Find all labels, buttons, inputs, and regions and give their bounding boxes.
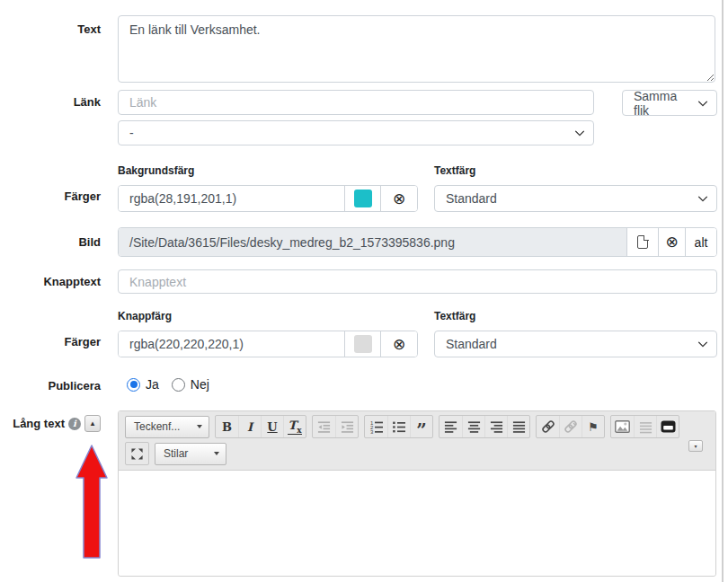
button-colors-label: Färger bbox=[0, 310, 101, 357]
button-text-row: Knapptext bbox=[0, 269, 728, 294]
horizontal-rule-button[interactable] bbox=[634, 416, 656, 437]
text-color-label: Textfärg bbox=[434, 310, 717, 322]
styles-combo[interactable]: Stilar bbox=[155, 443, 226, 465]
italic-icon: I bbox=[247, 420, 253, 434]
caret-down-icon: ▾ bbox=[694, 443, 697, 449]
text-label: Text bbox=[0, 15, 101, 83]
anchor-flag-icon: ⚑ bbox=[588, 420, 599, 434]
link-button[interactable] bbox=[537, 416, 559, 437]
maximize-button[interactable] bbox=[126, 443, 148, 464]
info-icon[interactable]: i bbox=[68, 418, 81, 430]
button-colors-row: Färger Knappfärg ⊗ Textfärg bbox=[0, 310, 728, 357]
link-row: Länk Samma flik - bbox=[0, 90, 728, 146]
publish-no-radio[interactable] bbox=[172, 378, 185, 392]
browse-file-button[interactable] bbox=[626, 228, 658, 256]
blockquote-icon: ” bbox=[416, 419, 427, 435]
background-color-swatch-cell[interactable] bbox=[344, 186, 380, 211]
underline-button[interactable]: U bbox=[261, 416, 283, 437]
remove-image-button[interactable]: ⊗ bbox=[658, 228, 685, 256]
editor-content-area[interactable] bbox=[119, 471, 715, 576]
publish-yes-radio[interactable] bbox=[127, 378, 140, 392]
link-input[interactable] bbox=[118, 90, 594, 115]
indent-button[interactable] bbox=[335, 416, 358, 437]
colors-label: Färger bbox=[0, 164, 101, 212]
remove-format-button[interactable]: Tx bbox=[283, 416, 306, 437]
rich-text-editor: Teckenf... B I U Tx bbox=[118, 410, 716, 577]
red-annotation-arrow bbox=[75, 445, 109, 560]
panel-right-border bbox=[722, 0, 724, 582]
alt-button-label: alt bbox=[695, 235, 708, 250]
text-textarea[interactable]: En länk till Verksamhet. bbox=[118, 15, 715, 83]
background-color-label: Bakgrundsfärg bbox=[118, 164, 418, 177]
button-text-color-select[interactable]: Standard bbox=[434, 331, 717, 357]
indent-icon bbox=[341, 420, 354, 434]
button-color-swatch-cell[interactable] bbox=[344, 331, 380, 357]
clear-circle-icon: ⊗ bbox=[393, 190, 405, 208]
align-left-button[interactable] bbox=[439, 416, 462, 437]
numbered-list-icon: 123 bbox=[369, 419, 384, 434]
publish-row: Publicera Ja Nej bbox=[0, 377, 728, 392]
iframe-icon bbox=[661, 420, 676, 433]
align-right-icon bbox=[490, 420, 503, 434]
bold-icon: B bbox=[222, 420, 232, 434]
editor-toolbar: Teckenf... B I U Tx bbox=[119, 411, 715, 471]
text-color-value: Standard bbox=[446, 191, 497, 206]
link-page-value: - bbox=[129, 126, 134, 140]
italic-button[interactable]: I bbox=[238, 416, 261, 437]
svg-text:3: 3 bbox=[370, 429, 374, 434]
chevron-down-icon bbox=[214, 452, 219, 455]
image-row: Bild /Site/Data/3615/Files/desky_medreg_… bbox=[0, 227, 728, 257]
insert-image-button[interactable] bbox=[611, 416, 634, 437]
button-text-input[interactable] bbox=[118, 269, 717, 294]
publish-label: Publicera bbox=[0, 377, 101, 392]
horizontal-rule-icon bbox=[639, 420, 653, 434]
bulleted-list-button[interactable] bbox=[387, 416, 410, 437]
link-icon bbox=[541, 419, 555, 434]
publish-no-label: Nej bbox=[191, 377, 209, 392]
text-row: Text En länk till Verksamhet. bbox=[0, 15, 728, 83]
unlink-button[interactable] bbox=[559, 416, 582, 437]
file-icon bbox=[637, 235, 648, 249]
numbered-list-button[interactable]: 123 bbox=[365, 416, 387, 437]
styles-combo-label: Stilar bbox=[164, 447, 207, 460]
align-right-button[interactable] bbox=[484, 416, 507, 437]
long-text-label-group: Lång text i ▴ bbox=[0, 415, 101, 432]
bulleted-list-icon bbox=[392, 419, 406, 434]
bold-button[interactable]: B bbox=[216, 416, 238, 437]
button-color-input[interactable] bbox=[119, 331, 344, 357]
justify-button[interactable] bbox=[507, 416, 529, 437]
text-color-select[interactable]: Standard bbox=[434, 185, 717, 212]
link-target-select[interactable]: Samma flik bbox=[622, 90, 717, 116]
caret-up-icon: ▴ bbox=[91, 419, 94, 428]
form: Text En länk till Verksamhet. Länk Samma… bbox=[0, 0, 728, 577]
link-target-value: Samma flik bbox=[634, 89, 691, 118]
arrow-shape bbox=[76, 445, 107, 558]
clear-color-button[interactable]: ⊗ bbox=[380, 331, 417, 357]
button-color-label: Knappfärg bbox=[118, 310, 418, 322]
justify-icon bbox=[512, 420, 526, 434]
link-page-select[interactable]: - bbox=[118, 120, 594, 146]
color-swatch bbox=[354, 190, 372, 207]
align-left-icon bbox=[444, 420, 457, 434]
blockquote-button[interactable]: ” bbox=[410, 416, 432, 437]
background-color-input[interactable] bbox=[119, 186, 344, 211]
chevron-down-icon bbox=[697, 338, 707, 348]
clear-color-button[interactable]: ⊗ bbox=[380, 186, 417, 211]
unlink-icon bbox=[564, 419, 578, 434]
anchor-button[interactable]: ⚑ bbox=[582, 416, 604, 437]
font-format-combo[interactable]: Teckenf... bbox=[125, 416, 209, 438]
font-combo-label: Teckenf... bbox=[134, 420, 190, 433]
collapse-section-button[interactable]: ▴ bbox=[84, 415, 101, 432]
link-label: Länk bbox=[0, 90, 101, 146]
collapse-toolbar-button[interactable]: ▾ bbox=[688, 440, 703, 452]
chevron-down-icon bbox=[197, 425, 202, 428]
chevron-down-icon bbox=[574, 127, 584, 137]
underline-icon: U bbox=[267, 420, 277, 434]
outdent-button[interactable] bbox=[313, 416, 335, 437]
iframe-button[interactable] bbox=[656, 416, 679, 437]
align-center-button[interactable] bbox=[462, 416, 484, 437]
alt-text-button[interactable]: alt bbox=[685, 228, 716, 256]
outdent-icon bbox=[317, 420, 331, 434]
text-color-value: Standard bbox=[446, 337, 497, 351]
image-path-field: /Site/Data/3615/Files/desky_medreg_b2_15… bbox=[119, 228, 626, 256]
